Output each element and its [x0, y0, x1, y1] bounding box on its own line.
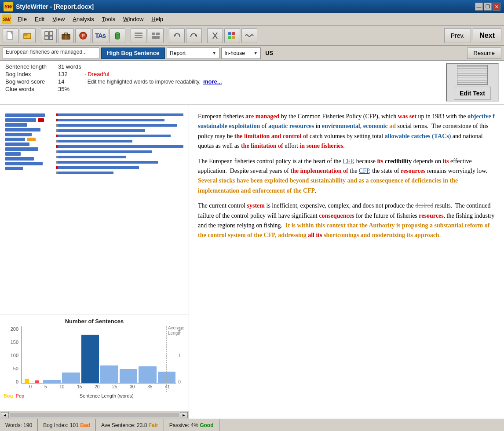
- chart-title: Number of Sentences: [4, 318, 185, 325]
- undo2-button[interactable]: [186, 28, 202, 43]
- menu-bar: SW File Edit View Analysis Tools Window …: [0, 13, 504, 26]
- undo-button[interactable]: [169, 28, 185, 43]
- bar-0: [43, 380, 61, 383]
- prev-next-area: Prev. Next: [444, 28, 501, 43]
- restore-button[interactable]: ❒: [484, 3, 492, 11]
- tas-button[interactable]: TAs: [92, 28, 108, 43]
- more-link[interactable]: more...: [203, 78, 222, 85]
- bars-area: [21, 326, 176, 384]
- bog-word-value: 14: [58, 78, 84, 85]
- close-button[interactable]: ✕: [493, 3, 500, 11]
- wave-button[interactable]: [241, 28, 257, 43]
- y-axis-right: 2 1 0: [178, 326, 185, 392]
- highlight-its3: its: [316, 232, 322, 238]
- svg-point-13: [115, 33, 120, 34]
- highlight-cfp2: CFP: [359, 168, 369, 174]
- left-panel: Number of Sentences 200 150 100 50 0 Ave…: [0, 105, 189, 419]
- y-axis-left: 200 150 100 50 0: [4, 326, 19, 392]
- bars-container: Average Length: [21, 326, 176, 392]
- avg-line: Average Length: [166, 326, 167, 392]
- separator-1: [38, 28, 39, 43]
- bog-word-row: Bog word score 14 · Edit the highlighted…: [5, 78, 446, 85]
- separator-3: [166, 28, 167, 43]
- svg-rect-15: [135, 35, 142, 36]
- app-logo: SW: [4, 2, 13, 11]
- svg-rect-6: [45, 36, 48, 40]
- menu-tools[interactable]: Tools: [99, 15, 119, 23]
- bog-index-status: Bog Index: 101 Bad: [38, 419, 96, 431]
- language-indicator: US: [263, 50, 276, 56]
- scroll-left-button[interactable]: ◄: [1, 412, 9, 418]
- new-button[interactable]: [3, 28, 18, 43]
- highlight-5: environmental: [322, 123, 360, 129]
- edit-text-icon: [457, 65, 488, 85]
- menu-edit[interactable]: Edit: [31, 15, 48, 23]
- svg-rect-3: [24, 34, 27, 36]
- svg-rect-5: [49, 32, 53, 35]
- highlight-system: system: [247, 202, 265, 209]
- x-axis-area: Bog Pep Sentence Length (words): [4, 393, 185, 398]
- window-controls: — ❒ ✕: [475, 3, 500, 11]
- passive-rating: Good: [200, 422, 213, 428]
- zoom-button[interactable]: [224, 28, 240, 43]
- scroll-track[interactable]: [10, 413, 179, 417]
- edit-text-panel: Edit Text: [446, 63, 499, 102]
- menu-file[interactable]: File: [14, 15, 30, 23]
- chart-area: [0, 105, 189, 314]
- style-dropdown[interactable]: In-house ▼: [221, 47, 261, 59]
- status-bar: Words: 190 Bog Index: 101 Bad Ave Senten…: [0, 419, 504, 431]
- bog-index-label: Bog Index: [5, 71, 58, 77]
- cut-button[interactable]: [207, 28, 223, 43]
- grid-button[interactable]: [41, 28, 57, 43]
- svg-rect-19: [152, 36, 160, 39]
- highlight-7: ad: [389, 123, 396, 129]
- stats-bar: Sentence length 31 words Bog Index 132 ·…: [0, 61, 504, 105]
- open-button[interactable]: [20, 28, 36, 43]
- highlight-9: allowable catches (TACs): [385, 133, 451, 139]
- blocks1-button[interactable]: [131, 28, 146, 43]
- svg-rect-27: [232, 36, 235, 39]
- svg-rect-4: [45, 32, 48, 35]
- bog-word-label: Bog word score: [5, 78, 58, 85]
- minimize-button[interactable]: —: [475, 3, 483, 11]
- briefcase-button[interactable]: [58, 28, 74, 43]
- highlight-substantial: substantial: [435, 222, 463, 229]
- right-panel[interactable]: European fisheries are managed by the Co…: [189, 105, 504, 419]
- sentence-length-row: Sentence length 31 words: [5, 63, 446, 70]
- bar-2: [81, 335, 99, 383]
- bar-item-bog: [22, 379, 31, 383]
- svg-rect-16: [135, 37, 142, 38]
- paragraph-1: European fisheries are managed by the Co…: [198, 112, 495, 151]
- highlight-cfp1: CFP: [343, 158, 353, 164]
- bog-rating: Bad: [80, 422, 90, 428]
- bottom-chart: Number of Sentences 200 150 100 50 0 Ave…: [0, 314, 189, 411]
- pep-legend-label: Pep: [15, 393, 24, 398]
- highlight-its2: its: [443, 158, 449, 164]
- x-axis-title: Sentence Length (words): [28, 393, 185, 398]
- ave-sentence-status: Ave Sentence: 23.8 Fair: [96, 419, 164, 431]
- highlight-credibility: credibility: [385, 158, 412, 164]
- blocks2-button[interactable]: [148, 28, 164, 43]
- next-button[interactable]: Next: [473, 28, 501, 43]
- bog-legend-label: Bog: [4, 393, 13, 398]
- menu-window[interactable]: Window: [120, 15, 147, 23]
- bog-word-desc: · Edit the highlighted words to improve …: [84, 79, 201, 85]
- ave-rating: Fair: [149, 422, 158, 428]
- dropdown-arrow-icon: ▼: [212, 51, 216, 55]
- menu-analysis[interactable]: Analysis: [69, 15, 97, 23]
- highlight-all: all: [308, 232, 314, 238]
- stats-details: Sentence length 31 words Bog Index 132 ·…: [5, 63, 446, 102]
- menu-view[interactable]: View: [49, 15, 68, 23]
- highlight-its1: its: [377, 158, 383, 164]
- scroll-right-button[interactable]: ►: [180, 412, 188, 418]
- pen-button[interactable]: P: [75, 28, 91, 43]
- edit-text-button[interactable]: Edit Text: [454, 87, 491, 100]
- svg-rect-7: [49, 36, 53, 40]
- bucket-button[interactable]: [110, 28, 125, 43]
- resume-button[interactable]: Resume: [467, 47, 501, 59]
- prev-button[interactable]: Prev.: [444, 28, 471, 43]
- menu-logo: SW: [2, 15, 11, 24]
- menu-help[interactable]: Help: [148, 15, 167, 23]
- paragraph-2: The European fisheries control policy is…: [198, 157, 495, 196]
- document-type-dropdown[interactable]: Report ▼: [167, 47, 219, 59]
